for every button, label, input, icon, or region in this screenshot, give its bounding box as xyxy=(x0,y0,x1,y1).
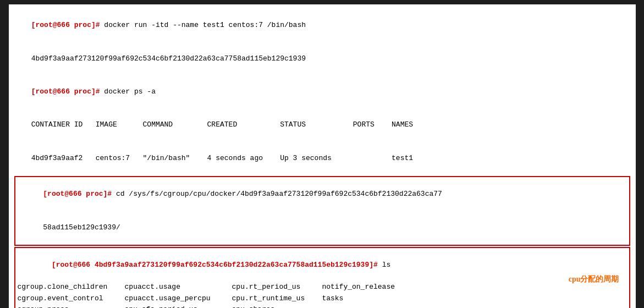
cd-command-line2: 58ad115eb129c1939/ xyxy=(18,211,627,244)
prompt-2: [root@666 proc]# xyxy=(31,87,100,96)
line-ps-header: CONTAINER ID IMAGE COMMAND CREATED STATU… xyxy=(14,108,630,141)
ls-command-line: [root@666 4bd9f3a9aaf273120f99af692c534c… xyxy=(18,249,519,282)
cmd-docker-run: docker run -itd --name test1 centos:7 /b… xyxy=(100,21,306,29)
line-docker-run: [root@666 proc]# docker run -itd --name … xyxy=(14,9,630,42)
cpu-period-annotation: cpu分配的周期 xyxy=(569,273,619,285)
ls-output-1: cgroup.clone_children cpuacct.usage cpu.… xyxy=(18,282,519,293)
cd-command-line1: [root@666 proc]# cd /sys/fs/cgroup/cpu/d… xyxy=(18,178,627,211)
line-docker-ps: [root@666 proc]# docker ps -a xyxy=(14,75,630,108)
ls-output-3: cgroup.procs cpu.cfs_period_us cpu.share… xyxy=(18,304,519,308)
prompt-ls: [root@666 4bd9f3a9aaf273120f99af692c534c… xyxy=(52,261,378,269)
terminal-window: [root@666 proc]# docker run -itd --name … xyxy=(9,4,636,308)
prompt-cd: [root@666 proc]# xyxy=(43,190,112,198)
prompt-1: [root@666 proc]# xyxy=(31,21,100,29)
ls-output-2: cgroup.event_control cpuacct.usage_percp… xyxy=(18,293,519,304)
line-container-id: 4bd9f3a9aaf273120f99af692c534c6bf2130d22… xyxy=(14,42,630,75)
line-ps-row: 4bd9f3a9aaf2 centos:7 "/bin/bash" 4 seco… xyxy=(14,142,630,175)
ls-block-wrapper: [root@666 4bd9f3a9aaf273120f99af692c534c… xyxy=(14,247,630,308)
ls-command-block: [root@666 4bd9f3a9aaf273120f99af692c534c… xyxy=(14,247,630,308)
cd-command-block: [root@666 proc]# cd /sys/fs/cgroup/cpu/d… xyxy=(14,176,630,246)
